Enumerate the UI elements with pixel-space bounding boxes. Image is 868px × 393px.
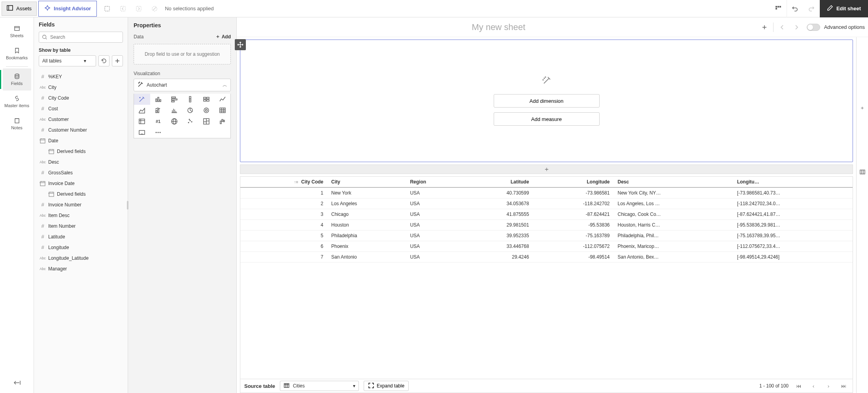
field-item[interactable]: Cost (34, 103, 128, 114)
viz-scatter-icon[interactable] (182, 116, 198, 127)
field-item[interactable]: Invoice Number (34, 199, 128, 210)
source-table-dropdown[interactable]: Cities ▾ (280, 381, 359, 391)
clear-selection-icon[interactable] (147, 2, 162, 16)
viz-bar-stacked-icon[interactable] (182, 94, 198, 105)
table-row[interactable]: 2Los AngelesUSA34.053678-118.242702Los A… (240, 198, 853, 209)
page-first-icon[interactable]: ⏮ (793, 381, 804, 391)
page-last-icon[interactable]: ⏭ (838, 381, 849, 391)
viz-gauge-icon[interactable] (134, 127, 150, 138)
viz-area-icon[interactable] (134, 105, 150, 116)
table-row[interactable]: 4HoustonUSA29.981501-95.53836Houston, Ha… (240, 219, 853, 230)
column-header[interactable]: Longitude (533, 177, 613, 187)
nav-fields[interactable]: Fields (3, 68, 31, 91)
viz-waterfall-icon[interactable] (214, 116, 230, 127)
nav-notes[interactable]: Notes (3, 113, 31, 135)
assets-button[interactable]: Assets (2, 2, 37, 16)
fields-search-input[interactable] (39, 32, 123, 43)
table-cell: 1 (240, 187, 327, 198)
add-measure-button[interactable]: Add measure (494, 112, 600, 126)
viz-kpi-icon[interactable]: #1 (150, 116, 166, 127)
advanced-options-toggle[interactable] (807, 24, 820, 31)
undo-icon[interactable] (787, 0, 803, 17)
viz-distribution-icon[interactable] (166, 105, 182, 116)
field-item[interactable]: Customer (34, 114, 128, 125)
redo-icon[interactable] (803, 0, 820, 17)
field-item[interactable]: Manager (34, 263, 128, 274)
next-sheet-icon[interactable] (789, 20, 804, 34)
apps-icon[interactable] (770, 0, 787, 17)
add-object-row[interactable]: ＋ (240, 164, 853, 174)
smart-search-icon[interactable] (100, 2, 114, 16)
viz-bar-horizontal-icon[interactable] (166, 94, 182, 105)
viz-table-icon[interactable] (214, 105, 230, 116)
page-prev-icon[interactable]: ‹ (808, 381, 819, 391)
move-handle-icon[interactable] (235, 39, 246, 50)
field-item[interactable]: City (34, 82, 128, 93)
field-item[interactable]: Longitude_Latitude (34, 253, 128, 263)
visualization-dropdown[interactable]: Autochart ︿ (134, 79, 231, 91)
table-row[interactable]: 6PhoenixUSA33.446768-112.075672Phoenix, … (240, 241, 853, 251)
field-item[interactable]: Date (34, 135, 128, 146)
selection-back-icon[interactable] (116, 2, 130, 16)
viz-pie-icon[interactable] (182, 105, 198, 116)
table-row[interactable]: 7San AntonioUSA29.4246-98.49514San Anton… (240, 251, 853, 262)
viz-map-icon[interactable] (166, 116, 182, 127)
left-nav: Sheets Bookmarks Fields Master items Not… (0, 17, 34, 393)
table-row[interactable]: 3ChicagoUSA41.875555-87.624421Chicago, C… (240, 209, 853, 219)
viz-line-icon[interactable] (214, 94, 230, 105)
expand-table-button[interactable]: Expand table (364, 381, 409, 391)
field-item[interactable]: %KEY (34, 71, 128, 82)
viz-combo-icon[interactable] (150, 105, 166, 116)
new-chart-placeholder[interactable]: Add dimension Add measure (240, 40, 853, 162)
field-item[interactable]: GrossSales (34, 167, 128, 178)
add-data-button[interactable]: ＋ Add (215, 33, 231, 40)
panel-splitter[interactable] (125, 17, 130, 393)
table-row[interactable]: 5PhiladelphiaUSA39.952335-75.163789Phila… (240, 230, 853, 241)
table-cell: 29.981501 (462, 219, 533, 230)
table-view-icon[interactable] (857, 167, 868, 177)
field-item[interactable]: Latitude (34, 231, 128, 242)
prev-sheet-icon[interactable] (775, 20, 789, 34)
field-item[interactable]: Item Desc (34, 210, 128, 221)
nav-bookmarks[interactable]: Bookmarks (3, 43, 31, 65)
data-drop-zone[interactable]: Drop field to use or for a suggestion (134, 44, 231, 64)
fields-list[interactable]: %KEYCityCity CodeCostCustomerCustomer Nu… (34, 70, 128, 393)
field-item[interactable]: Customer Number (34, 125, 128, 135)
viz-bar-grouped-icon[interactable] (198, 94, 215, 105)
add-right-icon[interactable]: ＋ (857, 103, 868, 113)
viz-pivot-icon[interactable] (134, 116, 150, 127)
field-item[interactable]: Longitude (34, 242, 128, 253)
field-item[interactable]: City Code (34, 93, 128, 103)
add-sheet-icon[interactable] (757, 20, 772, 34)
selection-forward-icon[interactable] (132, 2, 146, 16)
add-dimension-button[interactable]: Add dimension (494, 94, 600, 108)
column-header[interactable]: Latitude (462, 177, 533, 187)
field-item[interactable]: Item Number (34, 221, 128, 231)
table-row[interactable]: 1New YorkUSA40.730599-73.986581New York … (240, 187, 853, 198)
abc-field-type-icon (38, 214, 47, 217)
viz-more-icon[interactable] (150, 127, 166, 138)
column-header[interactable]: City (327, 177, 406, 187)
column-header[interactable]: Longitu… (733, 177, 853, 187)
column-header[interactable]: Desc (613, 177, 733, 187)
viz-donut-icon[interactable] (198, 105, 215, 116)
column-header[interactable]: ↑≡ City Code (240, 177, 327, 187)
collapse-nav-icon[interactable] (11, 378, 23, 389)
refresh-fields-icon[interactable] (98, 55, 109, 66)
field-item[interactable]: Desc (34, 157, 128, 167)
viz-bar-vertical-icon[interactable] (150, 94, 166, 105)
tables-dropdown[interactable]: All tables ▾ (39, 55, 96, 66)
viz-treemap-icon[interactable] (198, 116, 215, 127)
column-header[interactable]: Region (406, 177, 462, 187)
field-item[interactable]: Derived fields (34, 146, 128, 157)
viz-autochart-icon[interactable] (134, 94, 150, 105)
nav-master-items[interactable]: Master items (3, 91, 31, 113)
add-field-button[interactable] (112, 55, 123, 66)
page-next-icon[interactable]: › (823, 381, 834, 391)
field-item[interactable]: Invoice Date (34, 178, 128, 189)
sheet-title[interactable]: My new sheet (240, 22, 757, 32)
edit-sheet-button[interactable]: Edit sheet (820, 0, 868, 17)
field-item[interactable]: Derived fields (34, 189, 128, 199)
nav-sheets[interactable]: Sheets (3, 21, 31, 43)
insight-advisor-button[interactable]: Insight Advisor (38, 1, 97, 17)
